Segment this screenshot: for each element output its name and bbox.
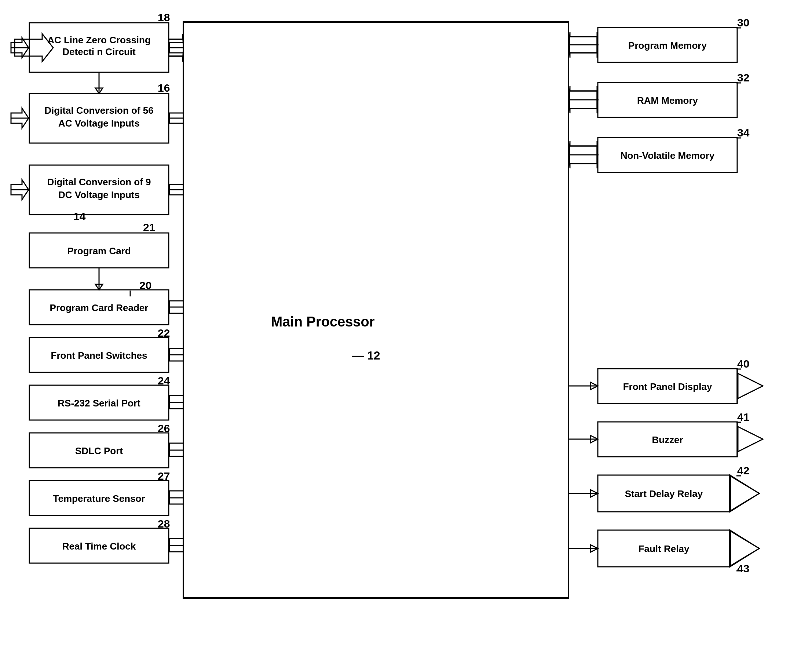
svg-text:Digital Conversion of 56: Digital Conversion of 56 xyxy=(44,105,154,116)
svg-text:Non-Volatile Memory: Non-Volatile Memory xyxy=(621,150,715,161)
svg-text:22: 22 xyxy=(158,327,170,339)
svg-rect-63 xyxy=(29,338,169,372)
svg-marker-108 xyxy=(15,34,53,62)
svg-marker-160 xyxy=(738,427,763,451)
digital-9-arrow xyxy=(22,171,180,196)
svg-marker-141 xyxy=(569,32,597,58)
svg-rect-7 xyxy=(143,40,180,55)
svg-marker-119 xyxy=(169,108,183,128)
svg-text:30: 30 xyxy=(737,17,749,29)
digital-56-arrow xyxy=(22,101,180,127)
svg-rect-78 xyxy=(598,28,737,63)
svg-marker-27 xyxy=(139,482,180,508)
svg-marker-118 xyxy=(11,108,29,128)
svg-marker-151 xyxy=(591,436,598,443)
front-panel-switches-arrow xyxy=(139,339,180,365)
svg-text:Front Panel Display: Front Panel Display xyxy=(623,381,712,392)
svg-text:— 12: — 12 xyxy=(352,349,380,362)
svg-text:41: 41 xyxy=(737,411,749,423)
svg-marker-153 xyxy=(591,490,598,497)
svg-text:40: 40 xyxy=(737,358,749,370)
svg-marker-14 xyxy=(22,101,63,127)
svg-rect-98 xyxy=(598,475,730,512)
svg-marker-19 xyxy=(139,292,180,317)
rtc-arrow xyxy=(139,530,180,556)
svg-marker-139 xyxy=(569,32,597,58)
svg-marker-162 xyxy=(738,373,763,398)
svg-marker-31 xyxy=(565,35,605,61)
svg-text:Start Delay Relay: Start Delay Relay xyxy=(625,488,703,499)
svg-text:21: 21 xyxy=(143,221,155,233)
sdlc-arrow xyxy=(139,435,180,460)
rs232-arrow xyxy=(139,387,180,413)
program-memory-arrow xyxy=(565,35,623,61)
svg-text:42: 42 xyxy=(737,465,749,477)
arrows-svg xyxy=(0,0,812,653)
svg-marker-29 xyxy=(139,530,180,556)
svg-text:14: 14 xyxy=(73,210,86,222)
svg-text:RS-232 Serial Port: RS-232 Serial Port xyxy=(58,398,140,409)
svg-text:Buzzer: Buzzer xyxy=(652,434,683,445)
svg-marker-127 xyxy=(169,296,183,318)
svg-marker-113 xyxy=(169,38,183,58)
svg-marker-131 xyxy=(169,391,183,413)
svg-text:Real Time Clock: Real Time Clock xyxy=(63,541,136,552)
svg-text:34: 34 xyxy=(737,127,749,139)
svg-marker-126 xyxy=(95,284,103,290)
svg-text:43: 43 xyxy=(737,563,749,575)
svg-rect-86 xyxy=(598,138,737,173)
svg-rect-52 xyxy=(29,165,169,215)
svg-marker-15 xyxy=(139,171,180,196)
svg-rect-103 xyxy=(598,530,730,567)
svg-text:AC Line Zero Crossing: AC Line Zero Crossing xyxy=(47,35,151,46)
svg-text:20: 20 xyxy=(139,279,151,291)
svg-rect-66 xyxy=(29,385,169,420)
svg-text:Program Card: Program Card xyxy=(67,245,131,257)
svg-rect-72 xyxy=(29,480,169,515)
svg-rect-56 xyxy=(29,233,169,268)
svg-text:26: 26 xyxy=(158,422,170,434)
svg-marker-21 xyxy=(139,339,180,365)
svg-marker-157 xyxy=(591,545,598,552)
svg-text:Digital Conversion of 9: Digital Conversion of 9 xyxy=(47,176,151,188)
svg-text:27: 27 xyxy=(158,470,170,482)
svg-marker-149 xyxy=(591,382,598,390)
main-diagram: Main Processor — 12 AC Line Zero Crossin… xyxy=(0,0,812,653)
svg-rect-44 xyxy=(29,23,169,72)
diagram: Main Processor — 12 AC Line Zero Crossin… xyxy=(0,0,812,653)
svg-text:32: 32 xyxy=(737,72,749,84)
svg-marker-145 xyxy=(569,141,597,168)
svg-marker-123 xyxy=(169,180,183,200)
svg-text:16: 16 xyxy=(158,82,170,94)
svg-marker-12 xyxy=(139,101,180,127)
svg-text:Program Memory: Program Memory xyxy=(628,40,707,51)
ac-line-arrow xyxy=(22,35,180,61)
svg-text:RAM Memory: RAM Memory xyxy=(637,95,698,106)
svg-marker-135 xyxy=(169,486,183,509)
svg-marker-23 xyxy=(139,387,180,413)
svg-marker-17 xyxy=(22,171,63,196)
svg-rect-69 xyxy=(29,433,169,468)
svg-rect-90 xyxy=(598,369,737,404)
svg-marker-129 xyxy=(169,344,183,366)
svg-marker-32 xyxy=(583,35,623,61)
svg-text:Front Panel Switches: Front Panel Switches xyxy=(51,350,147,361)
svg-marker-104 xyxy=(730,530,759,567)
svg-marker-99 xyxy=(730,475,759,512)
svg-rect-82 xyxy=(598,83,737,118)
svg-text:18: 18 xyxy=(158,11,170,23)
svg-marker-142 xyxy=(569,86,597,113)
program-card-reader-arrow xyxy=(139,292,180,317)
svg-rect-5 xyxy=(180,20,565,592)
svg-marker-147 xyxy=(569,141,597,168)
svg-text:Detecti n Circuit: Detecti n Circuit xyxy=(63,46,136,57)
svg-rect-75 xyxy=(29,528,169,563)
svg-marker-110 xyxy=(169,34,183,62)
svg-marker-116 xyxy=(95,88,103,93)
svg-rect-40 xyxy=(0,0,812,653)
svg-marker-154 xyxy=(731,476,759,511)
svg-marker-9 xyxy=(22,35,63,61)
svg-rect-41 xyxy=(183,22,568,598)
svg-marker-25 xyxy=(139,435,180,460)
svg-marker-158 xyxy=(731,531,759,566)
